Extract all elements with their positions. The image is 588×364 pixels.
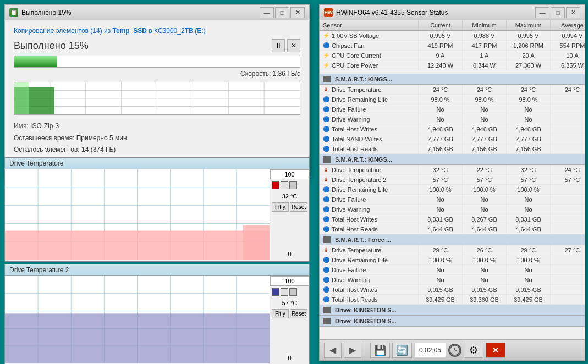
sensor-icon: 🔵: [323, 106, 329, 113]
chart1-value: 32 °C: [270, 191, 309, 201]
sensor-average: 27 °C: [551, 245, 585, 255]
sensor-maximum: No: [507, 104, 551, 114]
col-minimum: Minimum: [463, 20, 507, 30]
sensor-maximum: 98.0 %: [507, 95, 551, 104]
sensor-average: [551, 224, 585, 234]
sensor-name-cell: 🔵 Drive Remaining Life: [320, 255, 419, 264]
sensor-minimum: 24 °C: [463, 85, 507, 94]
copy-source-line: Копирование элементов (14) из Temp_SSD в…: [14, 27, 300, 35]
section-header-last: Drive: KINGSTON S...: [320, 316, 585, 327]
close-button[interactable]: ✕: [290, 7, 305, 18]
minimize-button[interactable]: —: [260, 7, 274, 18]
sensor-icon: 🔵: [323, 96, 329, 103]
sensor-current: 100.0 %: [419, 185, 463, 194]
chart1-header: Drive Temperature: [5, 158, 309, 169]
sensor-maximum: 9,015 GB: [507, 285, 551, 294]
sensor-average: 10 A: [551, 51, 585, 60]
sensor-name: Drive Remaining Life: [332, 186, 388, 193]
chart2-main: [5, 276, 270, 363]
hwinfo-restore-btn[interactable]: □: [551, 7, 565, 18]
section-header: S.M.A.R.T.: KINGS...: [320, 74, 585, 85]
section-header: S.M.A.R.T.: KINGS...: [320, 154, 585, 165]
chart1-color-red[interactable]: [272, 181, 279, 189]
drive-icon: [323, 76, 331, 82]
hwinfo-close-btn[interactable]: ✕: [566, 7, 580, 18]
chart2-content: 57 °C Fit y Reset 0: [5, 276, 309, 363]
taskbar-refresh-icon[interactable]: 🔄: [392, 343, 412, 358]
restore-button[interactable]: □: [275, 7, 289, 18]
sensor-average: [551, 104, 585, 114]
sensor-name: Drive Warning: [332, 116, 370, 123]
sensor-name: Drive Temperature: [332, 167, 381, 173]
copy-window-icon: 📋: [9, 8, 18, 17]
sensor-current: 9 A: [419, 51, 463, 60]
chart2-color-purple[interactable]: [272, 288, 279, 296]
sensor-minimum: No: [463, 104, 507, 114]
chart1-max-input[interactable]: [270, 169, 309, 179]
sensor-name: Total Host Reads: [332, 226, 378, 233]
pause-button[interactable]: ⏸: [272, 39, 285, 52]
section-label: S.M.A.R.T.: Force ...: [335, 236, 391, 243]
sensor-name-cell: 🔵 Drive Warning: [320, 114, 419, 124]
chart1-btn-row: Fit y Reset: [270, 201, 309, 213]
drive-temp-chart-2: Drive Temperature 2: [4, 264, 310, 364]
chart1-fity-btn[interactable]: Fit y: [272, 202, 289, 212]
sensor-icon: 🌡: [323, 247, 329, 253]
taskbar-config-icon[interactable]: ⚙: [464, 343, 483, 358]
taskbar-forward-btn[interactable]: ▶: [344, 343, 361, 358]
sensor-minimum: 417 RPM: [463, 41, 507, 50]
section-title: S.M.A.R.T.: KINGS...: [320, 154, 585, 164]
chart1-color-gray1[interactable]: [281, 181, 288, 189]
sensor-current: 12.240 W: [419, 60, 463, 70]
sensor-maximum: 27.360 W: [507, 60, 551, 70]
copy-source-to[interactable]: КС3000_2ТВ (E:): [154, 27, 206, 35]
sensor-maximum: 39,425 GB: [507, 295, 551, 304]
cancel-button[interactable]: ✕: [287, 39, 300, 52]
copy-source-from: Temp_SSD: [113, 27, 147, 35]
sensor-maximum: 8,331 GB: [507, 214, 551, 224]
copy-body: Копирование элементов (14) из Temp_SSD в…: [5, 20, 309, 177]
sensor-maximum: No: [507, 195, 551, 204]
chart1-reset-btn[interactable]: Reset: [290, 202, 307, 212]
taskbar-sensor-icon[interactable]: 💾: [370, 343, 390, 358]
copy-filename-value: ISO-Zip-3: [30, 122, 59, 130]
sensor-current: 32 °C: [419, 165, 463, 174]
chart2-reset-btn[interactable]: Reset: [290, 309, 307, 318]
sensor-minimum: 100.0 %: [463, 185, 507, 194]
sensor-current: 24 °C: [419, 85, 463, 94]
sensor-current: 4,644 GB: [419, 224, 463, 234]
chart2-color-gray2[interactable]: [289, 288, 297, 296]
chart1-color-gray2[interactable]: [289, 181, 297, 189]
sensor-current: No: [419, 104, 463, 114]
sensor-minimum: 1 A: [463, 51, 507, 60]
taskbar-time: 0:02:05: [414, 343, 446, 358]
table-row: 🌡 Drive Temperature 24 °C 24 °C 24 °C 24…: [320, 85, 585, 95]
svg-rect-24: [5, 231, 270, 260]
sensor-name: Drive Remaining Life: [332, 96, 388, 103]
sensor-minimum: No: [463, 195, 507, 204]
sensor-name: Drive Warning: [332, 277, 370, 283]
taskbar-back-btn[interactable]: ◀: [324, 343, 342, 358]
sensor-average: [551, 185, 585, 194]
sensor-current: 419 RPM: [419, 41, 463, 50]
sensor-minimum: 0.988 V: [463, 31, 507, 40]
table-row: 🔵 Total Host Writes 4,946 GB 4,946 GB 4,…: [320, 124, 585, 134]
chart2-color-gray1[interactable]: [281, 288, 288, 296]
chart2-max-input[interactable]: [270, 276, 309, 286]
sensor-maximum: 100.0 %: [507, 185, 551, 194]
sensor-average: [551, 114, 585, 124]
sensor-name-cell: 🌡 Drive Temperature: [320, 245, 419, 255]
table-row: 🔵 Drive Remaining Life 100.0 % 100.0 % 1…: [320, 185, 585, 195]
chart2-svg: [5, 276, 270, 363]
sensor-minimum: 8,267 GB: [463, 214, 507, 224]
svg-rect-11: [14, 82, 29, 114]
taskbar-close-icon[interactable]: ✕: [486, 343, 505, 358]
sensor-current: 0.995 V: [419, 31, 463, 40]
sensor-icon: 🔵: [323, 267, 329, 273]
chart1-main: [5, 169, 270, 260]
sensor-maximum: No: [507, 205, 551, 214]
chart2-fity-btn[interactable]: Fit y: [272, 309, 289, 318]
sensor-name: Total Host Writes: [332, 216, 377, 223]
hwinfo-minimize-btn[interactable]: —: [535, 7, 549, 18]
sensor-current: No: [419, 265, 463, 274]
